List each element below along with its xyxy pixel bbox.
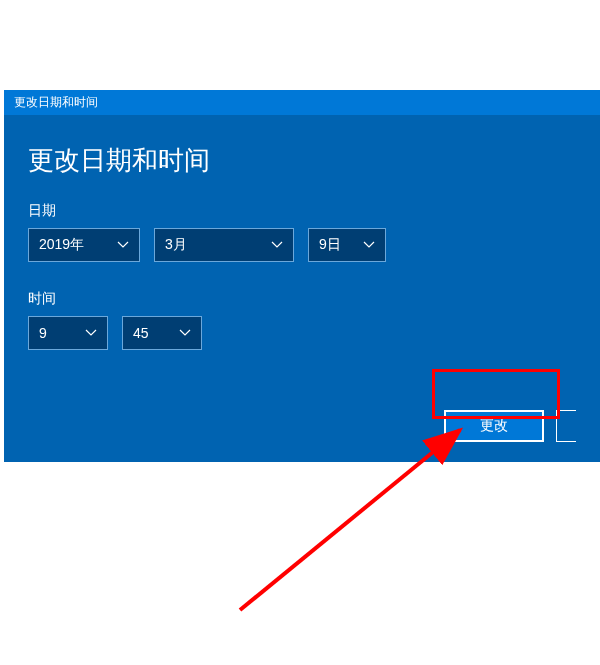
change-button[interactable]: 更改 bbox=[444, 410, 544, 442]
time-row: 9 45 bbox=[28, 316, 576, 350]
month-select[interactable]: 3月 bbox=[154, 228, 294, 262]
secondary-button[interactable] bbox=[556, 410, 576, 442]
chevron-down-icon bbox=[179, 329, 191, 337]
time-label: 时间 bbox=[28, 290, 576, 308]
hour-select[interactable]: 9 bbox=[28, 316, 108, 350]
minute-select[interactable]: 45 bbox=[122, 316, 202, 350]
year-value: 2019年 bbox=[39, 236, 84, 254]
change-datetime-dialog: 更改日期和时间 更改日期和时间 日期 2019年 3月 9日 时间 9 bbox=[4, 90, 600, 462]
day-value: 9日 bbox=[319, 236, 341, 254]
change-button-label: 更改 bbox=[480, 417, 508, 435]
button-row: 更改 bbox=[28, 410, 576, 442]
dialog-heading: 更改日期和时间 bbox=[28, 143, 576, 178]
date-row: 2019年 3月 9日 bbox=[28, 228, 576, 262]
chevron-down-icon bbox=[271, 241, 283, 249]
hour-value: 9 bbox=[39, 325, 47, 341]
date-label: 日期 bbox=[28, 202, 576, 220]
dialog-title: 更改日期和时间 bbox=[14, 95, 98, 109]
dialog-body: 更改日期和时间 日期 2019年 3月 9日 时间 9 45 bbox=[4, 115, 600, 462]
year-select[interactable]: 2019年 bbox=[28, 228, 140, 262]
chevron-down-icon bbox=[85, 329, 97, 337]
dialog-title-bar: 更改日期和时间 bbox=[4, 90, 600, 115]
day-select[interactable]: 9日 bbox=[308, 228, 386, 262]
chevron-down-icon bbox=[117, 241, 129, 249]
month-value: 3月 bbox=[165, 236, 187, 254]
chevron-down-icon bbox=[363, 241, 375, 249]
minute-value: 45 bbox=[133, 325, 149, 341]
